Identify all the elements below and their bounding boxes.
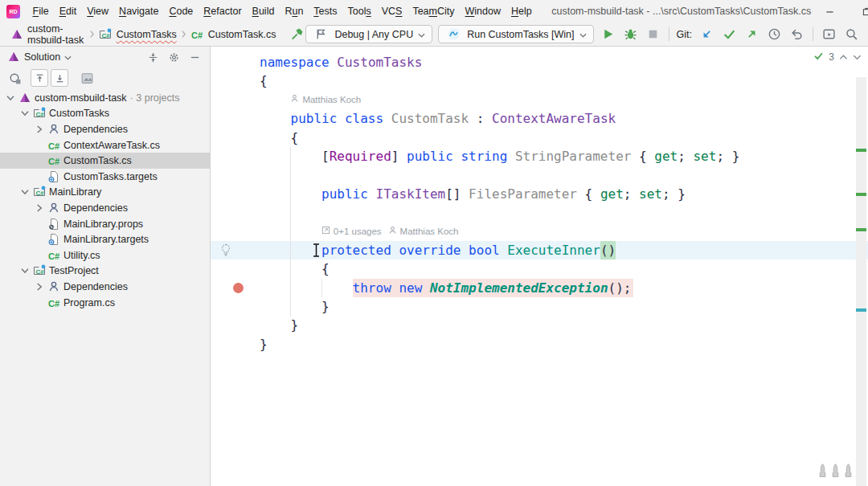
breadcrumb-item[interactable]: custom-msbuild-task (8, 23, 87, 46)
menu-item-code[interactable]: Code (164, 0, 199, 22)
stripe-mark[interactable] (856, 228, 866, 231)
tree-item-testproject[interactable]: C#TestProject (0, 263, 210, 280)
tree-item-utility-cs[interactable]: C#Utility.cs (0, 247, 210, 263)
code-line[interactable] (211, 203, 868, 222)
chevron-expanded-icon[interactable] (18, 186, 32, 198)
menu-item-vcs[interactable]: VCS (376, 0, 407, 22)
panel-title[interactable]: Solution (24, 51, 60, 63)
preview-button[interactable] (79, 70, 96, 87)
code-line[interactable]: { (211, 71, 868, 90)
code-line[interactable]: { (211, 259, 868, 278)
git-push-button[interactable] (743, 26, 760, 43)
tree-item-customtask-cs[interactable]: C#CustomTask.cs (0, 153, 210, 169)
menu-item-edit[interactable]: Edit (54, 0, 82, 22)
inspections-widget[interactable]: 3 (813, 51, 862, 63)
tree-item-custom-msbuild-task[interactable]: custom-msbuild-task· 3 projects (0, 90, 210, 106)
code-line[interactable]: [Required] public string StringParameter… (211, 147, 868, 165)
menu-item-refactor[interactable]: Refactor (199, 0, 247, 22)
chevron-expanded-icon[interactable] (3, 92, 18, 104)
chevron-expanded-icon[interactable] (18, 107, 32, 120)
git-commit-button[interactable] (721, 26, 738, 43)
breakpoint-icon[interactable] (233, 283, 244, 293)
code-line[interactable]: { (211, 129, 868, 147)
author-hint[interactable]: Matthias Koch (388, 223, 459, 241)
code-line[interactable]: protected override bool ExecuteInner() (211, 241, 868, 259)
tree-item-mainlibrary-props[interactable]: MainLibrary.props (0, 216, 210, 232)
code-line[interactable]: } (211, 297, 868, 316)
history-button[interactable] (766, 26, 783, 43)
git-update-button[interactable] (698, 26, 715, 43)
locate-file-button[interactable] (6, 70, 23, 87)
tree-item-mainlibrary-targets[interactable]: MainLibrary.targets (0, 231, 210, 247)
rollback-button[interactable] (788, 26, 805, 43)
menu-item-view[interactable]: View (82, 0, 114, 22)
chevron-collapsed-icon[interactable] (32, 123, 47, 136)
maximize-button[interactable] (848, 0, 868, 22)
run-config-combo[interactable]: Run CustomTasks [Win] (438, 25, 593, 43)
solution-panel-header: Solution (0, 47, 210, 67)
panel-title-chevron-icon[interactable] (64, 51, 72, 63)
menu-item-navigate[interactable]: Navigate (114, 0, 164, 22)
menu-item-file[interactable]: File (27, 0, 54, 22)
inspections-count: 3 (829, 51, 834, 63)
tree-item-dependencies[interactable]: Dependencies (0, 279, 210, 295)
code-token: CustomTask (391, 111, 469, 126)
menu-item-teamcity[interactable]: TeamCity (407, 0, 460, 22)
code-token: } (260, 317, 298, 333)
code-line[interactable] (211, 165, 868, 184)
tree-item-program-cs[interactable]: C#Program.cs (0, 295, 210, 311)
code-editor[interactable]: namespace CustomTasks{Matthias Koch publ… (211, 47, 868, 486)
prev-issue-icon[interactable] (839, 51, 848, 63)
tree-item-customtasks[interactable]: C#CustomTasks (0, 106, 210, 122)
breadcrumb-item[interactable]: C#CustomTasks (97, 28, 178, 41)
editor-scrollbar[interactable] (856, 77, 866, 486)
code-line[interactable]: } (211, 335, 868, 353)
menu-item-help[interactable]: Help (506, 0, 538, 22)
chevron-collapsed-icon[interactable] (32, 202, 47, 214)
tree-item-dependencies[interactable]: Dependencies (0, 200, 210, 216)
tree-item-customtasks-targets[interactable]: CustomTasks.targets (0, 169, 210, 185)
tree-item-label: Dependencies (63, 202, 128, 214)
next-issue-icon[interactable] (853, 51, 862, 63)
stop-button[interactable] (645, 26, 661, 43)
menu-item-window[interactable]: Window (460, 0, 506, 22)
chevron-expanded-icon[interactable] (18, 264, 32, 277)
search-everywhere-button[interactable] (843, 26, 860, 43)
text-cursor (313, 243, 320, 257)
stripe-mark[interactable] (856, 193, 866, 196)
build-solution-button[interactable] (289, 26, 305, 43)
tree-item-contextawaretask-cs[interactable]: C#ContextAwareTask.cs (0, 137, 210, 153)
minimize-button[interactable] (811, 0, 848, 22)
tree-item-label: custom-msbuild-task (35, 92, 127, 104)
stripe-mark[interactable] (856, 308, 866, 312)
collapse-selection-button[interactable] (51, 69, 68, 87)
usages-hint[interactable]: 0+1 usages (321, 223, 382, 241)
intention-bulb-icon[interactable] (219, 243, 233, 257)
stripe-mark[interactable] (856, 149, 866, 152)
chevron-collapsed-icon[interactable] (32, 280, 47, 293)
menu-item-run[interactable]: Run (280, 0, 309, 22)
code-line[interactable]: public ITaskItem[] FilesParameter { get;… (211, 185, 868, 203)
code-line[interactable]: namespace CustomTasks (211, 53, 868, 71)
menu-item-tools[interactable]: Tools (342, 0, 376, 22)
breadcrumb-item[interactable]: C#CustomTask.cs (189, 28, 278, 41)
collapse-all-button[interactable] (145, 49, 162, 66)
project-icon: C# (32, 107, 46, 120)
code-line[interactable]: public class CustomTask : ContextAwareTa… (211, 109, 868, 128)
hide-panel-button[interactable] (186, 49, 203, 66)
author-hint[interactable]: Matthias Koch (290, 91, 361, 109)
tree-item-dependencies[interactable]: Dependencies (0, 121, 210, 137)
run-anything-button[interactable] (821, 26, 837, 43)
debug-button[interactable] (622, 26, 639, 43)
menu-item-build[interactable]: Build (247, 0, 280, 22)
code-line[interactable]: } (211, 316, 868, 334)
run-button[interactable] (600, 26, 616, 43)
expand-selection-button[interactable] (31, 69, 48, 87)
code-line[interactable]: throw new NotImplementedException(); (211, 279, 868, 297)
panel-settings-button[interactable] (166, 49, 182, 66)
solution-config-combo[interactable]: Debug | Any CPU (305, 25, 432, 43)
tree-item-mainlibrary[interactable]: C#MainLibrary (0, 185, 210, 201)
code-area[interactable]: namespace CustomTasks{Matthias Koch publ… (211, 53, 868, 353)
rider-logo-icon[interactable]: RD (6, 5, 20, 18)
menu-item-tests[interactable]: Tests (309, 0, 342, 22)
